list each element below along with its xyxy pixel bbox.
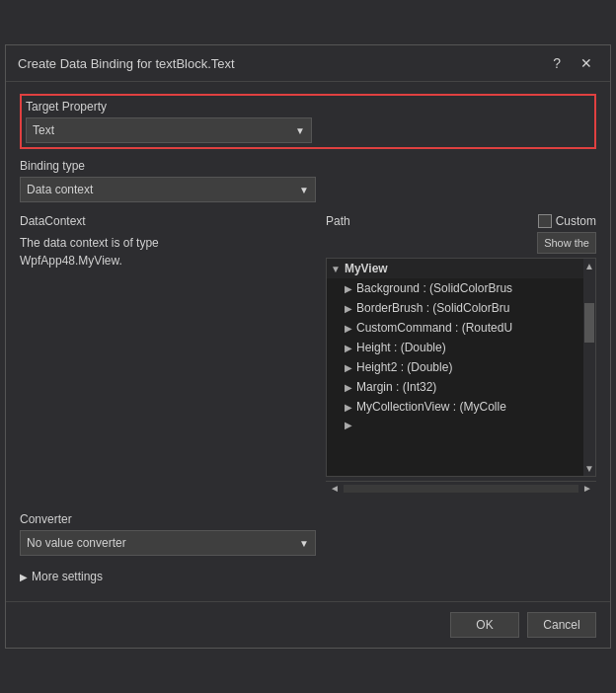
- more-settings-label: More settings: [32, 570, 103, 583]
- target-property-section: Target Property Text ▼: [20, 94, 596, 149]
- tree-item-expand-icon: ▶: [345, 382, 352, 393]
- scroll-down-arrow[interactable]: ▼: [582, 461, 596, 476]
- tree-item[interactable]: ▶: [341, 417, 595, 433]
- binding-type-value: Data context: [27, 183, 299, 196]
- main-content: DataContext The data context is of type …: [20, 214, 596, 495]
- tree-item[interactable]: ▶ CustomCommand : (RoutedU: [341, 318, 595, 338]
- converter-section: Converter No value converter ▼: [20, 512, 596, 556]
- tree-item[interactable]: ▶ Background : (SolidColorBrus: [341, 278, 595, 298]
- tree-item-expand-icon: ▶: [345, 362, 352, 373]
- cancel-button[interactable]: Cancel: [527, 612, 596, 638]
- binding-type-section: Binding type Data context ▼: [20, 159, 596, 202]
- datacontext-section: DataContext The data context is of type …: [20, 214, 316, 273]
- tree-scroll-area[interactable]: ▼ MyView ▶ Background : (SolidColorBrus …: [327, 259, 595, 476]
- datacontext-line2: WpfApp48.MyView.: [20, 254, 122, 268]
- tree-item-label: Height2 : (Double): [356, 360, 452, 374]
- tree-item-expand-icon: ▶: [345, 323, 352, 334]
- tree-item-expand-icon: ▶: [345, 283, 352, 294]
- left-panel: DataContext The data context is of type …: [20, 214, 316, 495]
- tree-item-label: CustomCommand : (RoutedU: [356, 321, 512, 335]
- tree-item[interactable]: ▶ Height : (Double): [341, 338, 595, 357]
- tree-item-label: MyCollectionView : (MyColle: [356, 400, 506, 414]
- datacontext-label: DataContext: [20, 214, 316, 228]
- scroll-left-arrow[interactable]: ◄: [326, 483, 344, 494]
- tree-root-expand-icon: ▼: [331, 264, 341, 274]
- path-label: Path: [326, 214, 350, 228]
- tree-item[interactable]: ▶ BorderBrush : (SolidColorBru: [341, 298, 595, 318]
- custom-checkbox-row: Custom: [538, 214, 596, 228]
- horizontal-scrollbar[interactable]: ◄ ►: [326, 481, 596, 495]
- tree-item-expand-icon: ▶: [345, 343, 352, 353]
- converter-label: Converter: [20, 512, 596, 526]
- tree-item-expand-icon: ▶: [345, 402, 352, 413]
- datacontext-text: The data context is of type WpfApp48.MyV…: [20, 230, 316, 273]
- converter-select[interactable]: No value converter ▼: [20, 530, 316, 556]
- converter-arrow: ▼: [299, 538, 309, 549]
- title-bar-actions: ? ✕: [547, 53, 598, 73]
- tree-item-expand-icon: ▶: [345, 303, 352, 314]
- target-property-label: Target Property: [26, 100, 590, 114]
- target-property-select[interactable]: Text ▼: [26, 117, 312, 143]
- scroll-right-arrow[interactable]: ►: [578, 483, 596, 494]
- tree-item-label: BorderBrush : (SolidColorBru: [356, 301, 509, 315]
- binding-type-arrow: ▼: [299, 185, 309, 195]
- tree-item-label: Background : (SolidColorBrus: [356, 281, 512, 295]
- target-property-value: Text: [33, 123, 295, 137]
- title-bar: Create Data Binding for textBlock.Text ?…: [6, 45, 610, 82]
- more-settings-expand-icon: ▶: [20, 572, 28, 582]
- tree-item-label: Height : (Double): [356, 341, 446, 354]
- datacontext-line1: The data context is of type: [20, 236, 159, 250]
- target-property-arrow: ▼: [295, 125, 305, 136]
- close-button[interactable]: ✕: [575, 53, 598, 73]
- path-header: Path Custom: [326, 214, 596, 228]
- dialog-title: Create Data Binding for textBlock.Text: [18, 56, 235, 71]
- tree-root-item[interactable]: ▼ MyView: [327, 259, 595, 278]
- binding-type-label: Binding type: [20, 159, 596, 173]
- create-data-binding-dialog: Create Data Binding for textBlock.Text ?…: [5, 44, 611, 649]
- right-panel: Path Custom Show the ▼ MyView: [326, 214, 596, 495]
- more-settings-row[interactable]: ▶ More settings: [20, 570, 596, 583]
- tree-item-label: Margin : (Int32): [356, 380, 436, 394]
- hscroll-track: [344, 485, 578, 493]
- tree-item[interactable]: ▶ Height2 : (Double): [341, 357, 595, 377]
- scroll-thumb[interactable]: [584, 303, 594, 343]
- help-button[interactable]: ?: [547, 53, 567, 73]
- tree-item[interactable]: ▶ MyCollectionView : (MyColle: [341, 397, 595, 417]
- binding-type-select[interactable]: Data context ▼: [20, 177, 316, 202]
- dialog-footer: OK Cancel: [6, 601, 610, 648]
- converter-value: No value converter: [27, 536, 299, 550]
- custom-label: Custom: [556, 214, 596, 228]
- tree-root-label: MyView: [345, 262, 388, 275]
- dialog-body: Target Property Text ▼ Binding type Data…: [6, 82, 610, 595]
- show-the-button[interactable]: Show the: [537, 232, 596, 254]
- tree-item[interactable]: ▶ Margin : (Int32): [341, 377, 595, 397]
- scroll-up-arrow[interactable]: ▲: [582, 259, 596, 273]
- ok-button[interactable]: OK: [450, 612, 519, 638]
- tree-container: ▼ MyView ▶ Background : (SolidColorBrus …: [326, 258, 596, 477]
- vertical-scrollbar[interactable]: ▲ ▼: [583, 259, 595, 476]
- tree-item-expand-icon: ▶: [345, 420, 352, 430]
- custom-checkbox[interactable]: [538, 214, 552, 228]
